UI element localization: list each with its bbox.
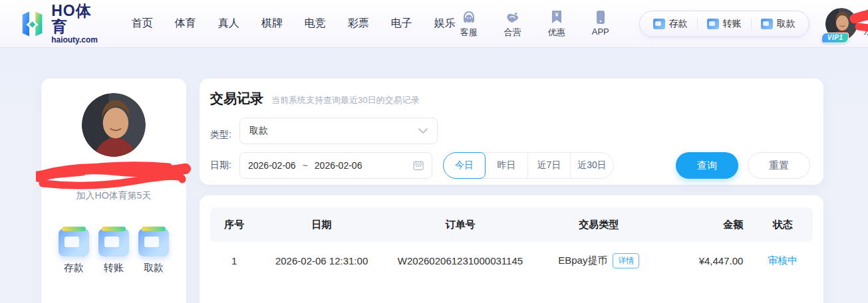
profile-avatar[interactable] — [82, 93, 146, 157]
header-order: 订单号 — [385, 219, 536, 231]
deposit-label: 存款 — [64, 262, 84, 274]
transfer-label: 转账 — [723, 18, 742, 30]
search-button[interactable]: 查询 — [676, 152, 738, 179]
cell-date: 2026-02-06 12:31:00 — [258, 255, 384, 266]
main-nav: 首页 体育 真人 棋牌 电竞 彩票 电子 娱乐 — [132, 17, 456, 31]
date-separator: ~ — [303, 160, 308, 171]
range-7days-button[interactable]: 近7日 — [528, 152, 571, 179]
header-amount: 金额 — [662, 219, 752, 231]
sidebar-transfer-button[interactable]: 转账 — [98, 229, 129, 274]
nav-item-chess[interactable]: 棋牌 — [261, 17, 283, 31]
deposit-label: 存款 — [669, 18, 688, 30]
profile-name-redacted — [41, 161, 186, 189]
cell-type: EBpay提币 详情 — [535, 253, 662, 268]
withdraw-icon — [761, 19, 773, 29]
range-today-button[interactable]: 今日 — [443, 152, 486, 179]
nav-item-esports[interactable]: 电竞 — [305, 17, 326, 31]
deposit-icon — [653, 19, 665, 29]
profile-sidebar: 加入HO体育第5天 存款 转账 取款 个人资料 — [41, 78, 186, 303]
type-select-value: 取款 — [249, 125, 268, 137]
withdraw-label: 取款 — [777, 18, 796, 30]
transfer-icon — [98, 229, 129, 256]
calendar-icon — [413, 160, 424, 171]
detail-button[interactable]: 详情 — [613, 253, 639, 268]
red-scribble-overlay — [36, 159, 199, 190]
top-navbar: HO体育 haiouty.com 首页 体育 真人 棋牌 电竞 彩票 电子 娱乐… — [0, 0, 868, 48]
wallet-actions-pill: 存款 转账 取款 — [639, 11, 809, 37]
avatar[interactable]: VIP1 — [825, 8, 857, 40]
partnership-button[interactable]: 合营 — [500, 9, 526, 39]
username-redacted — [864, 11, 868, 23]
transfer-label: 转账 — [104, 262, 124, 274]
type-label: 类型: — [210, 129, 239, 141]
quick-range-group: 今日 昨日 近7日 近30日 — [443, 152, 614, 179]
filter-card: 交易记录 当前系统支持查询最近30日的交易记录 类型: 取款 日期: 2026-… — [200, 78, 823, 185]
header-type: 交易类型 — [535, 219, 662, 231]
coupon-icon: ¥ — [549, 9, 564, 25]
phone-icon — [595, 9, 606, 25]
customer-service-button[interactable]: 客服 — [456, 9, 482, 39]
range-yesterday-button[interactable]: 昨日 — [486, 152, 528, 179]
nav-item-slots[interactable]: 电子 — [391, 17, 412, 31]
transfer-button[interactable]: 转账 — [697, 18, 751, 30]
reset-button[interactable]: 重置 — [748, 152, 810, 179]
user-block[interactable]: VIP1 永久网址：haiouty.com — [825, 8, 868, 40]
table-row: 1 2026-02-06 12:31:00 W20260206123100003… — [210, 242, 813, 279]
headset-icon — [461, 9, 477, 25]
quick-icon-group: 客服 合营 ¥ 优惠 APP — [456, 9, 614, 39]
logo-domain: haiouty.com — [51, 36, 101, 45]
header-seq: 序号 — [210, 219, 258, 231]
date-range-input[interactable]: 2026-02-06 ~ 2026-02-06 — [239, 152, 432, 179]
sidebar-actions: 存款 转账 取款 — [41, 229, 186, 274]
sidebar-withdraw-button[interactable]: 取款 — [138, 229, 169, 274]
header-status: 状态 — [752, 219, 813, 231]
sidebar-deposit-button[interactable]: 存款 — [59, 229, 89, 274]
date-label: 日期: — [210, 159, 239, 171]
nav-item-live[interactable]: 真人 — [218, 17, 239, 31]
transfer-icon — [707, 19, 719, 29]
table-header: 序号 日期 订单号 交易类型 金额 状态 — [210, 207, 813, 242]
chevron-down-icon — [418, 128, 428, 134]
deposit-icon — [59, 229, 89, 256]
logo-h-icon — [20, 9, 45, 39]
transaction-type-text: EBpay提币 — [558, 254, 607, 267]
cell-status: 审核中 — [752, 254, 813, 267]
date-start-value: 2026-02-06 — [248, 160, 296, 171]
svg-text:¥: ¥ — [555, 11, 558, 18]
logo-title: HO体育 — [51, 3, 101, 35]
customer-service-label: 客服 — [460, 27, 478, 39]
header-date: 日期 — [258, 219, 384, 231]
withdraw-icon — [138, 229, 169, 256]
date-end-value: 2026-02-06 — [315, 160, 362, 171]
profile-vip-chip — [141, 167, 161, 177]
main-content: 交易记录 当前系统支持查询最近30日的交易记录 类型: 取款 日期: 2026-… — [200, 78, 823, 303]
site-logo[interactable]: HO体育 haiouty.com — [20, 3, 101, 45]
range-30days-button[interactable]: 近30日 — [571, 152, 613, 179]
permanent-url: 永久网址：haiouty.com — [864, 25, 868, 37]
vip-badge: VIP1 — [821, 33, 849, 43]
nav-item-entertainment[interactable]: 娱乐 — [434, 17, 456, 31]
app-download-button[interactable]: APP — [587, 9, 614, 37]
cell-seq: 1 — [210, 255, 258, 266]
transactions-table-card: 序号 日期 订单号 交易类型 金额 状态 1 2026-02-06 12:31:… — [200, 195, 823, 303]
promotions-label: 优惠 — [548, 27, 565, 39]
page-subtitle: 当前系统支持查询最近30日的交易记录 — [271, 94, 419, 106]
join-days-text: 加入HO体育第5天 — [41, 190, 186, 202]
type-select[interactable]: 取款 — [239, 118, 438, 144]
partnership-label: 合营 — [504, 27, 521, 39]
deposit-button[interactable]: 存款 — [644, 18, 697, 30]
withdraw-button[interactable]: 取款 — [751, 18, 805, 30]
promotions-button[interactable]: ¥ 优惠 — [543, 9, 570, 39]
withdraw-label: 取款 — [144, 262, 164, 274]
app-label: APP — [592, 27, 609, 37]
cell-order: W202602061231000031145 — [385, 255, 536, 266]
nav-item-sports[interactable]: 体育 — [175, 17, 196, 31]
nav-item-home[interactable]: 首页 — [132, 17, 153, 31]
cell-amount: ¥4,447.00 — [662, 255, 752, 266]
page-title: 交易记录 — [210, 90, 263, 108]
handshake-icon — [505, 9, 521, 25]
nav-item-lottery[interactable]: 彩票 — [348, 17, 369, 31]
